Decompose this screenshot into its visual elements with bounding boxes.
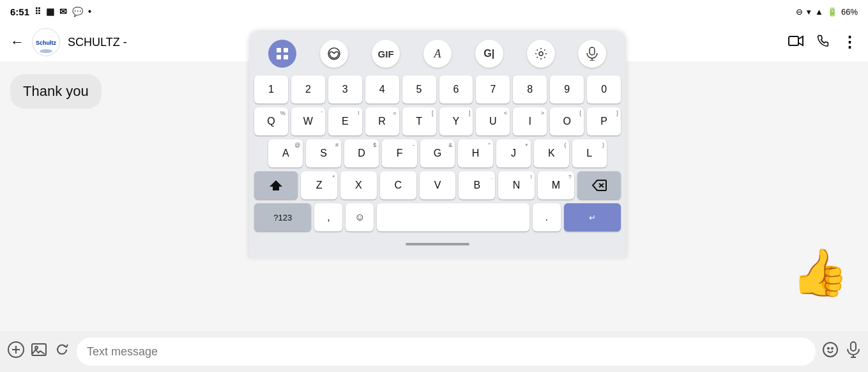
voice-input-icon[interactable]: [846, 341, 860, 362]
status-left: 6:51 ⠿ ▦ ✉ 💬 •: [10, 6, 91, 17]
battery-percent: 66%: [841, 7, 858, 17]
thumbs-up-emoji: 👍: [791, 249, 849, 295]
time-display: 6:51: [10, 6, 29, 17]
svg-rect-17: [284, 48, 288, 52]
key-r[interactable]: R=: [365, 107, 399, 136]
key-emoji-bottom[interactable]: ☺: [346, 203, 374, 231]
key-space[interactable]: [377, 203, 529, 231]
keyboard-toolbar: GIF A G|: [254, 38, 621, 69]
image-icon[interactable]: [31, 341, 47, 362]
key-c[interactable]: C: [380, 171, 416, 199]
gif-label: GIF: [378, 49, 394, 59]
emoji-icon[interactable]: [822, 341, 839, 362]
key-a[interactable]: A@: [268, 139, 303, 167]
more-options-icon[interactable]: ⋮: [842, 33, 858, 51]
dot-icon: •: [88, 6, 91, 17]
svg-point-21: [539, 52, 543, 56]
text-message-input[interactable]: [77, 337, 816, 366]
key-numbers[interactable]: ?123: [254, 203, 311, 231]
key-enter[interactable]: ↵: [564, 203, 621, 231]
keyboard-spellcheck-button[interactable]: A: [423, 40, 452, 68]
chat-icon: 💬: [72, 6, 83, 17]
key-5[interactable]: 5: [402, 75, 436, 104]
key-h[interactable]: H": [458, 139, 492, 167]
key-comma[interactable]: ,: [314, 203, 342, 231]
key-l[interactable]: L): [572, 139, 607, 167]
key-3[interactable]: 3: [328, 75, 362, 104]
key-d[interactable]: D$: [344, 139, 379, 167]
svg-rect-19: [284, 55, 288, 59]
key-x[interactable]: X: [340, 171, 377, 199]
contact-name: SCHULTZ -: [68, 36, 127, 49]
keyboard-number-row: 1 2 3 4 5 6 7 8 9 0: [254, 75, 621, 104]
key-s[interactable]: S#: [306, 139, 340, 167]
key-0[interactable]: 0: [587, 75, 621, 104]
keyboard-translate-button[interactable]: G|: [475, 40, 503, 68]
key-o[interactable]: O{: [550, 107, 584, 136]
phone-icon[interactable]: [816, 35, 829, 50]
status-right: ⊖ ▾ ▲ 🔋 66%: [796, 7, 858, 17]
key-shift[interactable]: [254, 171, 298, 199]
wifi-icon: ▾: [807, 7, 811, 17]
status-bar: 6:51 ⠿ ▦ ✉ 💬 • ⊖ ▾ ▲ 🔋 66%: [0, 0, 868, 23]
key-w[interactable]: W': [291, 107, 325, 136]
keyboard-panel: GIF A G| 1 2 3 4 5 6 7: [249, 32, 626, 258]
keyboard-grid-button[interactable]: [268, 40, 296, 68]
key-q[interactable]: Q%: [254, 107, 288, 136]
refresh-icon[interactable]: [54, 341, 70, 362]
bottom-bar: [0, 331, 868, 372]
svg-point-2: [40, 49, 52, 53]
handle-bar: [406, 243, 469, 245]
key-2[interactable]: 2: [291, 75, 325, 104]
contact-logo: Schultz: [32, 28, 60, 56]
keyboard-sticker-button[interactable]: [320, 40, 348, 68]
key-p[interactable]: P}: [587, 107, 621, 136]
svg-text:Schultz: Schultz: [36, 40, 57, 46]
key-backspace[interactable]: [577, 171, 621, 199]
key-period[interactable]: .: [533, 203, 561, 231]
do-not-disturb-icon: ⊖: [796, 7, 803, 17]
key-m[interactable]: M?: [538, 171, 574, 199]
key-e[interactable]: E!: [328, 107, 362, 136]
keyboard-settings-button[interactable]: [527, 40, 555, 68]
svg-point-9: [35, 346, 38, 349]
keyboard-zxcv-row: Z* X C V B. N! M?: [254, 171, 621, 199]
key-8[interactable]: 8: [513, 75, 547, 104]
key-z[interactable]: Z*: [301, 171, 337, 199]
keyboard-voice-button[interactable]: [578, 40, 606, 68]
svg-point-12: [832, 348, 833, 349]
video-call-icon[interactable]: [788, 35, 803, 50]
back-button[interactable]: ←: [10, 34, 24, 50]
message-bubble: Thank you: [10, 74, 102, 109]
svg-rect-22: [590, 47, 595, 55]
app-bar-right: ⋮: [788, 33, 858, 51]
key-9[interactable]: 9: [550, 75, 584, 104]
key-g[interactable]: G&: [420, 139, 455, 167]
svg-marker-25: [270, 180, 282, 190]
key-j[interactable]: J+: [496, 139, 531, 167]
add-icon[interactable]: [8, 341, 24, 362]
keyboard-qwerty-row: Q% W' E! R= T[ Y] U< I> O{ P}: [254, 107, 621, 136]
signal-strength-icon: ▲: [815, 7, 823, 17]
svg-rect-16: [277, 48, 281, 52]
signal-icon: ▦: [46, 6, 54, 17]
svg-point-11: [828, 348, 829, 349]
key-6[interactable]: 6: [439, 75, 473, 104]
svg-rect-18: [277, 55, 281, 59]
key-k[interactable]: K(: [534, 139, 568, 167]
key-y[interactable]: Y]: [439, 107, 473, 136]
key-i[interactable]: I>: [513, 107, 547, 136]
key-u[interactable]: U<: [476, 107, 510, 136]
key-4[interactable]: 4: [365, 75, 399, 104]
key-7[interactable]: 7: [476, 75, 510, 104]
keyboard-gif-button[interactable]: GIF: [372, 40, 400, 68]
message-icon: ✉: [59, 6, 67, 17]
key-n[interactable]: N!: [498, 171, 535, 199]
svg-point-10: [823, 343, 837, 357]
key-1[interactable]: 1: [254, 75, 288, 104]
key-b[interactable]: B.: [459, 171, 495, 199]
key-v[interactable]: V: [420, 171, 456, 199]
svg-marker-4: [798, 36, 803, 45]
key-f[interactable]: F-: [382, 139, 416, 167]
key-t[interactable]: T[: [402, 107, 436, 136]
